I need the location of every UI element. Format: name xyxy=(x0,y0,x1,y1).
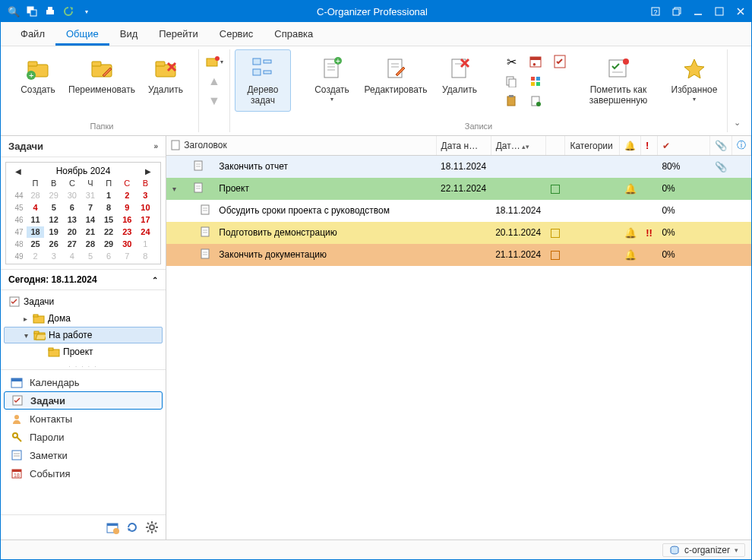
sync-icon[interactable] xyxy=(62,5,75,18)
calendar-day[interactable]: 13 xyxy=(63,214,81,226)
calendar-day[interactable]: 2 xyxy=(27,251,44,262)
calendar-day[interactable]: 6 xyxy=(63,202,81,214)
folder-create-button[interactable]: + Создать xyxy=(10,49,66,101)
expand-icon[interactable]: ▸ xyxy=(21,315,30,323)
col-attach[interactable]: 📎 xyxy=(709,136,731,156)
calendar-day[interactable]: 11 xyxy=(27,214,44,226)
task-row[interactable]: ▾Проект22.11.2024🔔0% xyxy=(166,178,751,200)
col-complete[interactable]: ✔ xyxy=(657,136,709,156)
cal-prev-icon[interactable]: ◀ xyxy=(12,167,24,176)
menu-file[interactable]: Файл xyxy=(10,24,55,46)
close-button[interactable] xyxy=(730,1,751,22)
calendar-day[interactable]: 28 xyxy=(27,190,44,201)
nav-contacts[interactable]: Контакты xyxy=(4,410,163,428)
calendar-day[interactable]: 12 xyxy=(45,214,62,226)
calendar-day[interactable]: 5 xyxy=(81,251,99,262)
calendar-day[interactable]: 18 xyxy=(27,226,44,238)
move-up-icon[interactable]: ▲ xyxy=(205,72,223,90)
mark-complete-button[interactable]: Пометить как завершенную xyxy=(583,49,653,112)
refresh-icon[interactable] xyxy=(125,520,140,535)
entry-create-button[interactable]: + Создать▾ xyxy=(304,49,360,108)
nav-calendar[interactable]: Календарь xyxy=(4,373,163,391)
copy-icon[interactable] xyxy=(502,72,520,90)
favorites-button[interactable]: Избранное▾ xyxy=(666,49,722,108)
cascade-icon[interactable] xyxy=(25,5,39,18)
entry-delete-button[interactable]: Удалить xyxy=(431,49,488,101)
nav-events[interactable]: 18 События xyxy=(4,464,163,482)
calendar-day[interactable]: 8 xyxy=(100,202,118,214)
col-priority[interactable]: ! xyxy=(641,136,658,156)
calendar-day[interactable]: 23 xyxy=(118,226,136,238)
category-icon[interactable] xyxy=(526,72,545,90)
calendar-grid[interactable]: ПВСЧПСВ442829303112345456789104611121314… xyxy=(12,178,154,262)
calendar-settings-icon[interactable] xyxy=(105,520,120,535)
calendar-day[interactable]: 25 xyxy=(27,239,44,250)
calendar-day[interactable]: 3 xyxy=(45,251,62,262)
cal-next-icon[interactable]: ▶ xyxy=(142,167,154,176)
calendar-day[interactable]: 1 xyxy=(137,239,154,250)
task-checkbox[interactable] xyxy=(551,251,560,260)
calendar-day[interactable]: 5 xyxy=(45,202,62,214)
calendar-day[interactable]: 4 xyxy=(63,251,81,262)
calendar-day[interactable]: 29 xyxy=(45,190,62,201)
sidebar-splitter[interactable]: · · · · · xyxy=(1,363,166,369)
nav-notes[interactable]: Заметки xyxy=(4,446,163,464)
calendar-day[interactable]: 30 xyxy=(118,239,136,250)
calendar-day[interactable]: 28 xyxy=(81,239,99,250)
task-row[interactable]: Закончить отчет18.11.202480%📎 xyxy=(166,156,751,178)
calendar-day[interactable]: 27 xyxy=(63,239,81,250)
menu-help[interactable]: Справка xyxy=(264,24,324,46)
calendar-day[interactable]: 21 xyxy=(81,226,99,238)
col-checkbox[interactable] xyxy=(545,136,565,156)
calendar-day[interactable]: 2 xyxy=(118,190,136,201)
folder-delete-button[interactable]: Удалить xyxy=(137,49,194,101)
calendar-day[interactable]: 7 xyxy=(118,251,136,262)
menu-goto[interactable]: Перейти xyxy=(148,24,209,46)
calendar-day[interactable]: 31 xyxy=(81,190,99,201)
today-icon[interactable]: ● xyxy=(526,52,545,71)
today-expand-icon[interactable]: ⌃ xyxy=(152,276,158,284)
calendar-day[interactable]: 20 xyxy=(63,226,81,238)
calendar-day[interactable]: 10 xyxy=(137,202,154,214)
calendar-day[interactable]: 4 xyxy=(27,202,44,214)
calendar-day[interactable]: 26 xyxy=(45,239,62,250)
calendar-day[interactable]: 7 xyxy=(81,202,99,214)
entry-edit-button[interactable]: Редактировать xyxy=(363,49,428,101)
tree-node-project[interactable]: Проект xyxy=(4,343,163,360)
menu-general[interactable]: Общие xyxy=(55,24,109,46)
move-down-icon[interactable]: ▼ xyxy=(205,92,223,110)
col-alarm[interactable]: 🔔 xyxy=(620,136,641,156)
col-categories[interactable]: Категории xyxy=(565,136,620,156)
calendar-day[interactable]: 15 xyxy=(100,214,118,226)
calendar-day[interactable]: 8 xyxy=(137,251,154,262)
tree-root[interactable]: Задачи xyxy=(4,293,163,310)
cut-icon[interactable]: ✂ xyxy=(502,52,520,71)
calendar-day[interactable]: 9 xyxy=(118,202,136,214)
calendar-day[interactable]: 17 xyxy=(137,214,154,226)
calendar-day[interactable]: 24 xyxy=(137,226,154,238)
collapse-icon[interactable]: ▾ xyxy=(172,185,176,193)
minimize-button[interactable] xyxy=(687,1,709,22)
calendar-day[interactable]: 6 xyxy=(100,251,118,262)
clipboard-task-icon[interactable] xyxy=(551,52,569,71)
task-row[interactable]: Подготовить демонстрацию20.11.2024🔔!!0% xyxy=(166,222,751,244)
paste-icon[interactable] xyxy=(502,92,520,110)
search-icon[interactable]: 🔍 xyxy=(7,5,21,18)
folder-rename-button[interactable]: Переименовать xyxy=(69,49,134,101)
dropdown-icon[interactable]: ▾ xyxy=(80,5,93,18)
col-due[interactable]: Дат…▴▾ xyxy=(491,136,545,156)
tree-node-home[interactable]: ▸ Дома xyxy=(4,310,163,327)
nav-tasks[interactable]: Задачи xyxy=(4,391,163,410)
menu-service[interactable]: Сервис xyxy=(209,24,264,46)
task-tree-button[interactable]: Дерево задач xyxy=(235,49,291,112)
print-icon[interactable] xyxy=(43,5,57,18)
sidebar-collapse-icon[interactable]: » xyxy=(153,142,158,150)
calendar-day[interactable]: 3 xyxy=(137,190,154,201)
col-info[interactable]: ⓘ xyxy=(731,136,750,156)
col-title[interactable]: Заголовок xyxy=(166,136,436,156)
task-row[interactable]: Обсудить сроки проекта с руководством18.… xyxy=(166,200,751,222)
folder-special-icon[interactable]: ▾ xyxy=(205,52,223,71)
calendar-day[interactable]: 14 xyxy=(81,214,99,226)
database-selector[interactable]: c-organizer ▾ xyxy=(662,543,745,557)
settings-icon[interactable] xyxy=(144,520,160,535)
